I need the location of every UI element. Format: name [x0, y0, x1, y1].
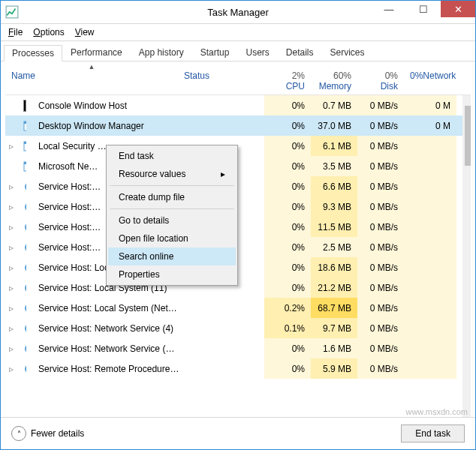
menu-item-properties[interactable]: Properties — [108, 266, 236, 284]
process-row[interactable]: ▹Service Host:…0%2.5 MB0 MB/s — [5, 237, 471, 257]
process-row[interactable]: ▹Service Host: Local System (Net…0.2%68.… — [5, 298, 471, 318]
minimize-button[interactable]: — — [372, 1, 406, 17]
memory-cell: 68.7 MB — [311, 298, 357, 318]
expand-icon[interactable] — [5, 156, 17, 176]
svg-point-17 — [26, 284, 26, 292]
expand-icon[interactable]: ▹ — [5, 318, 17, 338]
tab-services[interactable]: Services — [322, 44, 373, 61]
tab-startup[interactable]: Startup — [192, 44, 238, 61]
memory-cell: 0.7 MB — [311, 95, 357, 116]
gear-icon — [23, 262, 26, 274]
cpu-cell: 0% — [264, 176, 311, 196]
columns-header: ▲ Name Status 2%CPU 60%Memory 0%Disk 0%N… — [5, 68, 471, 95]
process-row[interactable]: Desktop Window Manager0%37.0 MB0 MB/s0 M — [5, 116, 471, 136]
close-button[interactable]: ✕ — [441, 1, 475, 17]
app-icon — [5, 5, 19, 19]
scrollbar-thumb[interactable] — [465, 106, 471, 166]
network-cell — [404, 136, 456, 156]
menu-item-open-file-location[interactable]: Open file location — [108, 230, 236, 248]
network-cell: 0 M — [404, 116, 456, 136]
process-row[interactable]: Microsoft Ne…0%3.5 MB0 MB/s — [5, 156, 471, 176]
maximize-button[interactable]: ☐ — [406, 1, 441, 17]
cpu-cell: 0% — [264, 136, 311, 156]
memory-cell: 5.9 MB — [311, 358, 357, 379]
expand-icon[interactable] — [5, 116, 17, 136]
expand-icon[interactable]: ▹ — [5, 217, 17, 237]
process-row[interactable]: ▹Service Host: Network Service (…0%1.6 M… — [5, 338, 471, 358]
column-status[interactable]: Status — [178, 68, 264, 94]
process-row[interactable]: ▹Service Host:…0%9.3 MB0 MB/s — [5, 196, 471, 217]
cpu-cell: 0% — [264, 95, 311, 116]
tab-performance[interactable]: Performance — [62, 44, 131, 61]
cpu-cell: 0% — [264, 278, 311, 298]
svg-rect-6 — [24, 162, 26, 164]
task-manager-window: Task Manager — ☐ ✕ File Options View Pro… — [0, 0, 476, 450]
process-row[interactable]: ▹Service Host: Local Service (No …0%18.6… — [5, 257, 471, 278]
column-memory[interactable]: 60%Memory — [311, 68, 357, 94]
tab-app-history[interactable]: App history — [131, 44, 192, 61]
menu-separator — [110, 185, 234, 186]
process-row[interactable]: ▹Service Host:…0%11.5 MB0 MB/s — [5, 217, 471, 237]
column-network[interactable]: 0%Network — [404, 68, 456, 94]
process-row[interactable]: ▹Service Host: Remote Procedure…0%5.9 MB… — [5, 358, 471, 379]
disk-cell: 0 MB/s — [357, 338, 404, 358]
watermark: www.msxdn.com — [405, 407, 468, 416]
network-cell — [404, 338, 456, 358]
menu-view[interactable]: View — [75, 27, 95, 38]
expand-icon[interactable]: ▹ — [5, 257, 17, 278]
end-task-button[interactable]: End task — [401, 424, 465, 442]
tab-processes[interactable]: Processes — [4, 45, 62, 62]
expand-icon[interactable]: ▹ — [5, 136, 17, 156]
memory-cell: 37.0 MB — [311, 116, 357, 136]
column-name[interactable]: ▲ Name — [5, 68, 178, 94]
menu-item-go-to-details[interactable]: Go to details — [108, 212, 236, 230]
expand-icon[interactable] — [5, 95, 17, 116]
fewer-details-button[interactable]: ˄ Fewer details — [11, 426, 84, 441]
process-name: Service Host: Remote Procedure… — [32, 358, 178, 379]
disk-cell: 0 MB/s — [357, 278, 404, 298]
disk-cell: 0 MB/s — [357, 358, 404, 379]
column-cpu[interactable]: 2%CPU — [264, 68, 311, 94]
footer: ˄ Fewer details End task — [1, 417, 475, 449]
menu-item-end-task[interactable]: End task — [108, 147, 236, 165]
process-row[interactable]: Console Window Host0%0.7 MB0 MB/s0 M — [5, 95, 471, 116]
process-row[interactable]: ▹Service Host: Network Service (4)0.1%9.… — [5, 318, 471, 338]
expand-icon[interactable]: ▹ — [5, 237, 17, 257]
memory-cell: 6.1 MB — [311, 136, 357, 156]
expand-icon[interactable]: ▹ — [5, 278, 17, 298]
expand-icon[interactable]: ▹ — [5, 176, 17, 196]
process-row[interactable]: ▹Service Host: Local System (11)0%21.2 M… — [5, 278, 471, 298]
expand-icon[interactable]: ▹ — [5, 358, 17, 379]
memory-cell: 3.5 MB — [311, 156, 357, 176]
menu-options[interactable]: Options — [33, 27, 64, 38]
sort-indicator-icon: ▲ — [89, 63, 95, 70]
network-cell — [404, 298, 456, 318]
tab-details[interactable]: Details — [278, 44, 322, 61]
titlebar[interactable]: Task Manager — ☐ ✕ — [1, 1, 475, 24]
network-cell — [404, 237, 456, 257]
svg-point-19 — [26, 304, 26, 312]
tab-users[interactable]: Users — [237, 44, 277, 61]
gear-icon — [23, 363, 26, 375]
disk-cell: 0 MB/s — [357, 116, 404, 136]
memory-cell: 1.6 MB — [311, 338, 357, 358]
expand-icon[interactable]: ▹ — [5, 338, 17, 358]
process-row[interactable]: ▹Service Host:…0%6.6 MB0 MB/s — [5, 176, 471, 196]
cpu-cell: 0.1% — [264, 318, 311, 338]
svg-point-15 — [26, 264, 26, 272]
scrollbar[interactable] — [462, 95, 471, 417]
menu-item-search-online[interactable]: Search online — [108, 248, 236, 266]
column-disk[interactable]: 0%Disk — [357, 68, 404, 94]
menu-item-resource-values[interactable]: Resource values▸ — [108, 165, 236, 183]
disk-cell: 0 MB/s — [357, 156, 404, 176]
process-row[interactable]: ▹Local Security …0%6.1 MB0 MB/s — [5, 136, 471, 156]
console-icon — [23, 100, 26, 112]
svg-rect-0 — [6, 6, 18, 18]
menu-item-create-dump-file[interactable]: Create dump file — [108, 188, 236, 206]
expand-icon[interactable]: ▹ — [5, 298, 17, 318]
expand-icon[interactable]: ▹ — [5, 196, 17, 217]
menu-file[interactable]: File — [8, 27, 23, 38]
process-name: Console Window Host — [32, 95, 178, 116]
cpu-cell: 0% — [264, 217, 311, 237]
cpu-cell: 0% — [264, 257, 311, 278]
